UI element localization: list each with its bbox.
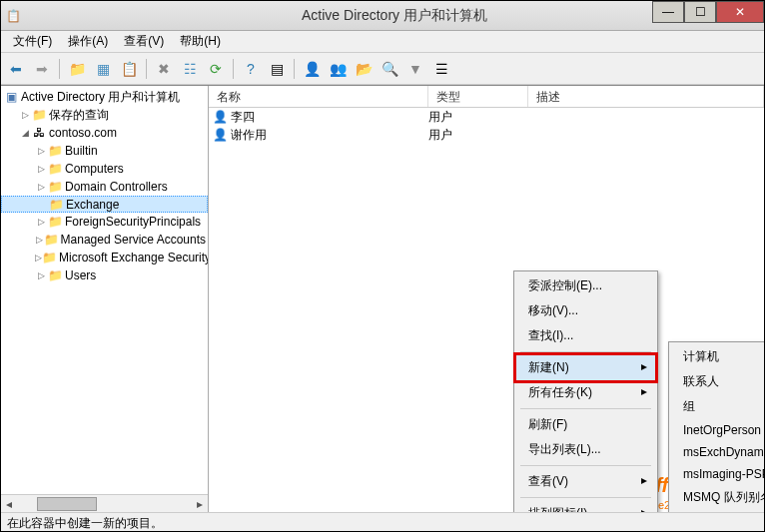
group-add-icon[interactable]: 👥 bbox=[327, 58, 349, 80]
scroll-thumb[interactable] bbox=[37, 497, 97, 511]
clipboard-icon[interactable]: 📋 bbox=[118, 58, 140, 80]
expander-icon[interactable]: ▷ bbox=[35, 235, 44, 245]
tree-label: Domain Controllers bbox=[65, 180, 168, 194]
close-button[interactable]: ✕ bbox=[716, 1, 764, 23]
cm-refresh[interactable]: 刷新(F) bbox=[516, 412, 655, 437]
tree-label: Users bbox=[65, 268, 96, 282]
list-row[interactable]: 👤 谢作用 用户 bbox=[209, 126, 764, 144]
menu-action[interactable]: 操作(A) bbox=[60, 31, 116, 52]
context-menu: 委派控制(E)... 移动(V)... 查找(I)... 新建(N) 所有任务(… bbox=[513, 270, 658, 512]
properties-icon[interactable]: ☷ bbox=[179, 58, 201, 80]
expander-icon[interactable]: ▷ bbox=[35, 253, 42, 263]
cm-new-contact[interactable]: 联系人 bbox=[671, 369, 764, 394]
tree-label: contoso.com bbox=[49, 126, 117, 140]
folder-icon: 📁 bbox=[47, 180, 63, 194]
back-icon[interactable]: ⬅ bbox=[5, 58, 27, 80]
cm-export[interactable]: 导出列表(L)... bbox=[516, 437, 655, 462]
tree-domain-controllers[interactable]: ▷ 📁 Domain Controllers bbox=[1, 178, 208, 196]
expander-icon[interactable]: ▷ bbox=[35, 182, 47, 192]
container-icon[interactable]: ▤ bbox=[266, 58, 288, 80]
cm-all-tasks[interactable]: 所有任务(K) bbox=[516, 380, 655, 405]
cm-new-msimaging[interactable]: msImaging-PSPs bbox=[671, 463, 764, 485]
expander-icon[interactable]: ▷ bbox=[35, 217, 47, 227]
user-icon: 👤 bbox=[211, 128, 229, 142]
cm-new-msexch[interactable]: msExchDynamicDistributionList bbox=[671, 441, 764, 463]
refresh-icon[interactable]: ⟳ bbox=[205, 58, 227, 80]
app-icon: 📋 bbox=[1, 9, 25, 23]
folder-icon: 📁 bbox=[48, 198, 64, 212]
separator bbox=[59, 59, 60, 79]
cm-new-group[interactable]: 组 bbox=[671, 394, 764, 419]
maximize-button[interactable]: ☐ bbox=[684, 1, 716, 23]
expander-icon[interactable]: ▷ bbox=[19, 110, 31, 120]
tree-fsp[interactable]: ▷ 📁 ForeignSecurityPrincipals bbox=[1, 213, 208, 231]
column-type[interactable]: 类型 bbox=[428, 86, 528, 107]
tree-saved-queries[interactable]: ▷ 📁 保存的查询 bbox=[1, 106, 208, 124]
column-desc[interactable]: 描述 bbox=[528, 86, 764, 107]
filter-icon[interactable]: ▼ bbox=[404, 58, 426, 80]
help-icon[interactable]: ? bbox=[240, 58, 262, 80]
separator bbox=[520, 465, 651, 466]
menubar: 文件(F) 操作(A) 查看(V) 帮助(H) bbox=[1, 31, 764, 53]
find-icon[interactable]: 🔍 bbox=[379, 58, 400, 80]
minimize-button[interactable]: — bbox=[652, 1, 684, 23]
statusbar: 在此容器中创建一新的项目。 bbox=[1, 512, 764, 532]
tree-label: ForeignSecurityPrincipals bbox=[65, 215, 201, 229]
folder-icon: 📁 bbox=[31, 108, 47, 122]
tree-pane: ▣ Active Directory 用户和计算机 ▷ 📁 保存的查询 ◢ 🖧 … bbox=[1, 86, 209, 512]
submenu-new: 计算机 联系人 组 InetOrgPerson msExchDynamicDis… bbox=[668, 341, 764, 512]
expander-icon[interactable]: ▷ bbox=[35, 270, 47, 280]
cm-new-msmq[interactable]: MSMQ 队列别名 bbox=[671, 485, 764, 510]
tree-exchange[interactable]: 📁 Exchange bbox=[1, 196, 208, 213]
user-add-icon[interactable]: 👤 bbox=[301, 58, 323, 80]
cm-new-ou[interactable]: 组织单位 bbox=[671, 510, 764, 512]
tree-builtin[interactable]: ▷ 📁 Builtin bbox=[1, 142, 208, 160]
tree-domain[interactable]: ◢ 🖧 contoso.com bbox=[1, 124, 208, 142]
menu-view[interactable]: 查看(V) bbox=[116, 31, 172, 52]
row-name: 李四 bbox=[229, 109, 428, 126]
scroll-left-icon[interactable]: ◂ bbox=[1, 497, 17, 511]
delete-icon[interactable]: ✖ bbox=[153, 58, 175, 80]
expander-icon[interactable]: ◢ bbox=[19, 128, 31, 138]
tree-label: 保存的查询 bbox=[49, 107, 109, 124]
row-type: 用户 bbox=[428, 127, 528, 144]
list-row[interactable]: 👤 李四 用户 bbox=[209, 108, 764, 126]
separator bbox=[146, 59, 147, 79]
cm-new[interactable]: 新建(N) bbox=[513, 352, 658, 383]
main-area: ▣ Active Directory 用户和计算机 ▷ 📁 保存的查询 ◢ 🖧 … bbox=[1, 85, 764, 512]
status-text: 在此容器中创建一新的项目。 bbox=[7, 516, 163, 530]
tree-label: Exchange bbox=[66, 198, 119, 212]
folder-icon: 📁 bbox=[47, 215, 63, 229]
ou-add-icon[interactable]: 📂 bbox=[353, 58, 375, 80]
tree-computers[interactable]: ▷ 📁 Computers bbox=[1, 160, 208, 178]
cm-new-inetorg[interactable]: InetOrgPerson bbox=[671, 419, 764, 441]
expander-icon[interactable]: ▷ bbox=[35, 164, 47, 174]
user-icon: 👤 bbox=[211, 110, 229, 124]
domain-icon: 🖧 bbox=[31, 126, 47, 140]
cm-view[interactable]: 查看(V) bbox=[516, 469, 655, 494]
folder-icon: 📁 bbox=[47, 162, 63, 176]
cm-move[interactable]: 移动(V)... bbox=[516, 298, 655, 323]
tree-msa[interactable]: ▷ 📁 Managed Service Accounts bbox=[1, 231, 208, 249]
scroll-right-icon[interactable]: ▸ bbox=[192, 497, 208, 511]
tree-label: Microsoft Exchange Security bbox=[59, 251, 209, 265]
tree-users[interactable]: ▷ 📁 Users bbox=[1, 266, 208, 284]
expander-icon[interactable]: ▷ bbox=[35, 146, 47, 156]
tree-root[interactable]: ▣ Active Directory 用户和计算机 bbox=[1, 88, 208, 106]
cm-delegate[interactable]: 委派控制(E)... bbox=[516, 273, 655, 298]
list-icon[interactable]: ☰ bbox=[430, 58, 452, 80]
folder-icon: 📁 bbox=[42, 251, 57, 265]
horizontal-scrollbar[interactable]: ◂ ▸ bbox=[1, 494, 208, 512]
show-hide-icon[interactable]: ▦ bbox=[92, 58, 114, 80]
console-icon: ▣ bbox=[3, 90, 19, 104]
forward-icon[interactable]: ➡ bbox=[31, 58, 53, 80]
cm-new-computer[interactable]: 计算机 bbox=[671, 344, 764, 369]
up-icon[interactable]: 📁 bbox=[66, 58, 88, 80]
tree-label: Builtin bbox=[65, 144, 98, 158]
column-name[interactable]: 名称 bbox=[209, 86, 428, 107]
tree-mes[interactable]: ▷ 📁 Microsoft Exchange Security bbox=[1, 249, 208, 266]
menu-help[interactable]: 帮助(H) bbox=[172, 31, 229, 52]
cm-find[interactable]: 查找(I)... bbox=[516, 323, 655, 348]
cm-arrange[interactable]: 排列图标(I) bbox=[516, 501, 655, 512]
menu-file[interactable]: 文件(F) bbox=[5, 31, 60, 52]
